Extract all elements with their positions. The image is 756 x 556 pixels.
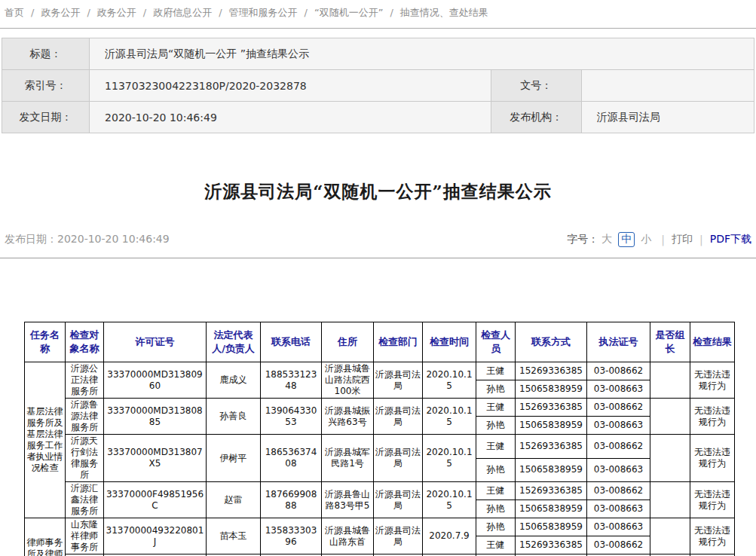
leader-cell [650, 399, 690, 435]
target-name-cell: 山东隆祥律师事务所 [66, 518, 104, 554]
inspector-contact-cell: 15269336385 [516, 482, 587, 500]
meta-title-label: 标题： [2, 38, 90, 70]
inspector-contact-cell: 15269336385 [516, 399, 587, 417]
address-cell: 沂源县城振兴路63号 [322, 399, 374, 435]
phone-cell: 18653637408 [261, 435, 322, 482]
font-size-medium-button[interactable]: 中 [618, 232, 635, 247]
column-header: 是否组长 [650, 322, 690, 362]
inspector-contact-cell: 15269336385 [516, 362, 587, 380]
column-header: 检查结果 [690, 322, 735, 362]
font-size-large-button[interactable]: 大 [601, 233, 612, 246]
license-cell: 33370000MD31380960 [104, 362, 207, 399]
address-cell: 沂源县鲁山路83号甲5 [322, 482, 374, 518]
column-header: 执法证号 [587, 322, 650, 362]
breadcrumb-item[interactable]: 政府信息公开 [153, 7, 212, 18]
meta-title-value: 沂源县司法局“双随机一公开 ”抽查结果公示 [90, 38, 754, 70]
inspector-contact-cell: 15065838959 [516, 500, 587, 518]
inspector-cert-cell: 03-008663 [587, 500, 650, 518]
time-cell: 2020.7.9 [423, 518, 476, 554]
leader-cell [650, 435, 690, 482]
license-cell: 33370000F49851956C [104, 482, 207, 518]
column-header: 住所 [322, 322, 374, 362]
breadcrumb-item[interactable]: “双随机一公开” [314, 7, 383, 18]
table-row: 基层法律服务所及基层法律服务工作者执业情况检查沂源公正法律服务所33370000… [25, 362, 735, 380]
inspector-name-cell: 孙艳 [476, 417, 516, 435]
inspector-cert-cell: 03-008662 [587, 536, 650, 554]
meta-index-value: 11370323004223180P/2020-2032878 [90, 70, 491, 102]
font-size-small-button[interactable]: 小 [641, 233, 651, 246]
inspector-contact-cell: 15065838959 [516, 417, 587, 435]
inspector-name-cell: 王健 [476, 435, 516, 459]
inspector-cert-cell: 03-008663 [587, 518, 650, 536]
breadcrumb-separator: / [305, 7, 308, 18]
inspector-name-cell: 王健 [476, 482, 516, 500]
inspector-name-cell: 王健 [476, 399, 516, 417]
inspection-table-body: 基层法律服务所及基层法律服务工作者执业情况检查沂源公正法律服务所33370000… [25, 362, 735, 556]
breadcrumb-separator: / [31, 7, 34, 18]
meta-date-label: 发文日期： [2, 102, 90, 133]
inspector-contact-cell: 15065838959 [516, 380, 587, 399]
page: 首页/政务公开/政务公开/政府信息公开/管理和服务公开/“双随机一公开”/抽查情… [0, 0, 756, 556]
result-cell: 无违法违规行为 [690, 435, 735, 482]
publish-date: 发布日期：2020-10-20 10:46:49 [5, 233, 170, 246]
target-name-cell: 沂源天行剑法律服务所 [66, 435, 104, 482]
pdf-download-button[interactable]: PDF下载 [710, 233, 751, 246]
print-button[interactable]: 打印 [672, 233, 693, 246]
breadcrumb-separator: / [219, 7, 222, 18]
breadcrumb-item[interactable]: 管理和服务公开 [229, 7, 298, 18]
dept-cell: 沂源县司法局 [374, 482, 423, 518]
tool-separator: | [661, 234, 665, 246]
phone-cell: 13583330396 [261, 518, 322, 554]
target-name-cell: 沂源鲁源法律服务所 [66, 399, 104, 435]
inspector-cert-cell: 03-008663 [587, 458, 650, 482]
table-row: 沂源汇鑫法律服务所33370000F49851956C赵雷18766990888… [25, 482, 735, 500]
column-header: 许可证号 [104, 322, 207, 362]
inspector-contact-cell: 15065838959 [516, 518, 587, 536]
breadcrumb-separator: / [390, 7, 393, 18]
phone-cell: 18766990888 [261, 482, 322, 518]
inspector-cert-cell: 03-008662 [587, 399, 650, 417]
date-toolbar: 发布日期：2020-10-20 10:46:49 字号： 大 中 小 | 打印 … [5, 231, 751, 249]
font-size-label: 字号： [567, 233, 598, 246]
license-cell: 33370000MD313807X5 [104, 435, 207, 482]
tool-separator: | [699, 234, 703, 246]
meta-docnum-value [581, 70, 754, 102]
column-header: 检查时间 [423, 322, 476, 362]
inspector-name-cell: 孙艳 [476, 380, 516, 399]
breadcrumb-item[interactable]: 政务公开 [41, 7, 80, 18]
inspector-name-cell: 孙艳 [476, 458, 516, 482]
inspector-name-cell: 孙艳 [476, 518, 516, 536]
breadcrumb-item[interactable]: 抽查情况、查处结果 [400, 7, 488, 18]
inspector-contact-cell: 15269336385 [516, 536, 587, 554]
meta-date-value: 2020-10-20 10:46:49 [90, 102, 491, 133]
table-row: 律师事务所及律师执业情况检查山东隆祥律师事务所31370000493220801… [25, 518, 735, 536]
address-cell: 沂源县城鲁山路东首 [322, 518, 374, 554]
phone-cell: 18853312348 [261, 362, 322, 399]
content-divider [0, 258, 756, 258]
article-tools: 字号： 大 中 小 | 打印 | PDF下载 [567, 232, 751, 247]
legal-rep-cell: 伊树平 [207, 435, 261, 482]
meta-row-title: 标题： 沂源县司法局“双随机一公开 ”抽查结果公示 [2, 38, 754, 70]
inspector-cert-cell: 03-008662 [587, 435, 650, 459]
meta-row-index: 索引号： 11370323004223180P/2020-2032878 文号： [2, 70, 754, 102]
address-cell: 沂源县城军民路1号 [322, 435, 374, 482]
inspector-name-cell: 王健 [476, 536, 516, 554]
legal-rep-cell: 鹿成义 [207, 362, 261, 399]
result-cell: 无违法违规行为 [690, 518, 735, 554]
result-cell: 无违法违规行为 [690, 399, 735, 435]
inspector-cert-cell: 03-008663 [587, 417, 650, 435]
meta-row-date: 发文日期： 2020-10-20 10:46:49 发布机构： 沂源县司法局 [2, 102, 754, 133]
target-name-cell: 沂源公正法律服务所 [66, 362, 104, 399]
dept-cell: 沂源县司法局 [374, 435, 423, 482]
legal-rep-cell: 赵雷 [207, 482, 261, 518]
time-cell: 2020.10.15 [423, 435, 476, 482]
inspector-cert-cell: 03-008663 [587, 380, 650, 399]
column-header: 检查人员 [476, 322, 516, 362]
breadcrumb-item[interactable]: 政务公开 [97, 7, 136, 18]
license-cell: 31370000493220801J [104, 518, 207, 554]
meta-index-label: 索引号： [2, 70, 90, 102]
breadcrumb: 首页/政务公开/政务公开/政府信息公开/管理和服务公开/“双随机一公开”/抽查情… [0, 0, 756, 29]
column-header: 联系方式 [516, 322, 587, 362]
publish-date-label: 发布日期： [5, 233, 57, 245]
breadcrumb-item[interactable]: 首页 [5, 7, 24, 18]
